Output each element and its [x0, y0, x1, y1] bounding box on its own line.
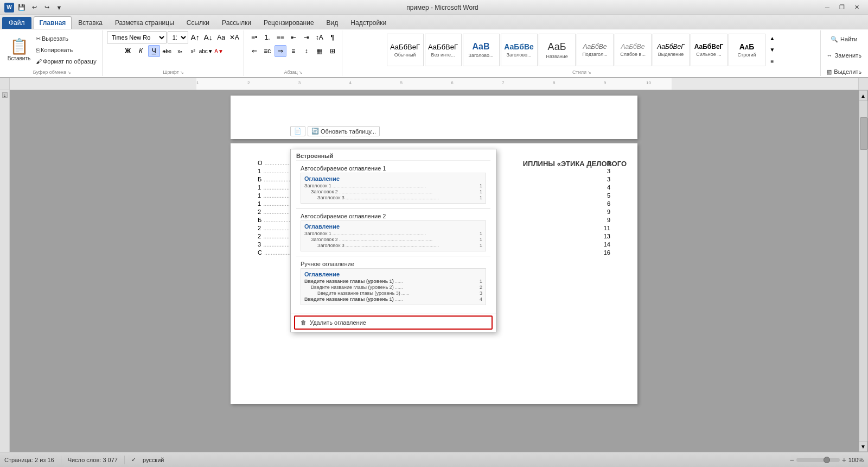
style-title[interactable]: АаБ Название — [539, 34, 576, 66]
numbering-button[interactable]: 1. — [261, 31, 273, 43]
ribbon-tabs: Файл Главная Вставка Разметка страницы С… — [0, 15, 868, 29]
style-strict[interactable]: АаБ Строгий — [729, 34, 765, 66]
font-grow-button[interactable]: A↑ — [189, 31, 201, 43]
font-size-select[interactable]: 11 — [168, 31, 188, 43]
save-quick-btn[interactable]: 💾 — [16, 2, 27, 13]
text-highlight-button[interactable]: abc▼ — [200, 45, 212, 57]
styles-group: АаБбВеГ Обычный АаБбВеГ Без инте... AaB … — [343, 30, 821, 76]
format-painter-button[interactable]: 🖌 Формат по образцу — [34, 56, 99, 67]
font-shrink-button[interactable]: A↓ — [202, 31, 214, 43]
redo-quick-btn[interactable]: ↪ — [41, 2, 52, 13]
show-formatting-button[interactable]: ¶ — [327, 31, 339, 43]
minimize-button[interactable]: ─ — [820, 2, 834, 13]
tab-insert[interactable]: Вставка — [72, 16, 108, 29]
toc-auto2-option[interactable]: Автособираемое оглавление 2 Оглавление З… — [296, 211, 490, 254]
update-table-button[interactable]: 🔄 Обновить таблицу... — [308, 126, 380, 136]
copy-icon: ⎘ — [36, 47, 40, 53]
style-no-spacing[interactable]: АаБбВеГ Без инте... — [425, 34, 462, 66]
copy-button[interactable]: ⎘ Копировать — [34, 45, 99, 55]
style-heading2-label: Заголово... — [507, 52, 532, 58]
tab-review[interactable]: Рецензирование — [258, 16, 320, 29]
clear-format-button[interactable]: ✕A — [228, 31, 240, 43]
align-center-button[interactable]: ≡c — [261, 45, 273, 57]
toc-auto1-preview: Оглавление Заголовок 1 .................… — [301, 173, 486, 204]
language[interactable]: русский — [143, 457, 164, 463]
paste-button[interactable]: 📋 Вставить — [5, 33, 33, 67]
font-name-select[interactable]: Times New Ro — [107, 31, 167, 43]
styles-scroll-down[interactable]: ▼ — [768, 45, 777, 55]
style-heading1[interactable]: AaB Заголово... — [463, 34, 500, 66]
bullets-button[interactable]: ≡• — [248, 31, 260, 43]
paste-icon: 📋 — [10, 39, 29, 54]
justify-button[interactable]: ≡ — [288, 45, 299, 57]
tab-addins[interactable]: Надстройки — [344, 16, 392, 29]
style-subtle-emphasis[interactable]: АаБбВе Слабое в... — [615, 34, 652, 66]
paragraph-expand-icon[interactable]: ↘ — [299, 70, 303, 75]
italic-button[interactable]: К — [135, 45, 147, 57]
toc-auto1-option[interactable]: Автособираемое оглавление 1 Оглавление З… — [296, 163, 490, 206]
strikethrough-button[interactable]: abc — [161, 45, 173, 57]
line-spacing-button[interactable]: ↕ — [301, 45, 312, 57]
toc-page-icon: 📄 — [294, 128, 302, 135]
undo-quick-btn[interactable]: ↩ — [29, 2, 40, 13]
tab-home[interactable]: Главная — [34, 16, 72, 29]
spell-check[interactable]: ✓ — [131, 456, 136, 463]
find-button[interactable]: 🔍 Найти — [828, 31, 860, 47]
style-strong[interactable]: АаБбВеГ Сильное ... — [691, 34, 727, 66]
styles-expand-icon[interactable]: ↘ — [588, 70, 591, 75]
tab-references[interactable]: Ссылки — [181, 16, 215, 29]
replace-button[interactable]: ↔ Заменить — [828, 48, 860, 63]
decrease-indent-button[interactable]: ⇤ — [288, 31, 299, 43]
bold-button[interactable]: Ж — [122, 45, 134, 57]
style-subtitle[interactable]: АаБбВе Подзагол... — [577, 34, 614, 66]
delete-toc-button[interactable]: 🗑 Удалить оглавление — [294, 315, 493, 330]
zoom-out-button[interactable]: − — [789, 456, 794, 464]
toc-manual-line-2: Введите название главы (уровень 2) .....… — [304, 285, 482, 290]
scroll-thumb[interactable] — [860, 117, 867, 150]
app-icon: W — [4, 3, 14, 12]
styles-scroll-up[interactable]: ▲ — [768, 34, 777, 43]
toc-text-5: 1 — [258, 192, 261, 199]
scroll-up-button[interactable]: ▲ — [859, 90, 867, 101]
increase-indent-button[interactable]: ⇥ — [301, 31, 312, 43]
tab-page-layout[interactable]: Разметка страницы — [109, 16, 180, 29]
cut-button[interactable]: ✂ Вырезать — [34, 33, 99, 44]
toc-auto2-text-1: Заголовок 1 — [304, 231, 331, 236]
underline-button[interactable]: Ч — [148, 45, 160, 57]
tab-file[interactable]: Файл — [2, 17, 31, 29]
scroll-down-button[interactable]: ▼ — [859, 441, 867, 452]
shading-button[interactable]: ▦ — [314, 45, 326, 57]
toc-icon-button[interactable]: 📄 — [290, 126, 305, 136]
toc-manual-option[interactable]: Ручное оглавление Оглавление Введите наз… — [296, 258, 490, 307]
zoom-in-button[interactable]: + — [842, 456, 846, 464]
customize-quick-btn[interactable]: ▼ — [54, 2, 65, 13]
document-scroll[interactable]: 📄 🔄 Обновить таблицу... О ..............… — [10, 90, 858, 452]
font-expand-icon[interactable]: ↘ — [180, 70, 184, 75]
superscript-button[interactable]: x² — [187, 45, 199, 57]
styles-expand[interactable]: ≡ — [768, 56, 777, 66]
style-subtle-emphasis-preview: АаБбВе — [621, 43, 645, 51]
close-button[interactable]: ✕ — [850, 2, 864, 13]
style-heading2[interactable]: АаБбВе Заголово... — [501, 34, 538, 66]
select-button[interactable]: ▧ Выделить — [828, 64, 860, 79]
multilevel-button[interactable]: ≡≡ — [275, 31, 286, 43]
page-info[interactable]: Страница: 2 из 16 — [4, 457, 54, 463]
style-normal[interactable]: АаБбВеГ Обычный — [387, 34, 424, 66]
change-case-button[interactable]: Аа — [215, 31, 227, 43]
font-color-button[interactable]: A▼ — [213, 45, 225, 57]
sort-button[interactable]: ↕A — [314, 31, 326, 43]
clipboard-expand-icon[interactable]: ↘ — [67, 70, 71, 75]
align-right-button[interactable]: ⇒ — [275, 45, 286, 57]
word-count[interactable]: Число слов: 3 077 — [68, 457, 118, 463]
toc-manual-preview-title: Оглавление — [304, 271, 482, 277]
vertical-scrollbar[interactable] — [859, 101, 867, 441]
toc-text-11: С — [258, 249, 262, 256]
borders-button[interactable]: ⊞ — [327, 45, 339, 57]
restore-button[interactable]: ❐ — [835, 2, 849, 13]
style-emphasis[interactable]: АаБбВеГ Выделение — [653, 34, 690, 66]
tab-mailings[interactable]: Рассылки — [216, 16, 257, 29]
zoom-slider[interactable] — [796, 458, 840, 462]
subscript-button[interactable]: x₂ — [174, 45, 186, 57]
tab-view[interactable]: Вид — [321, 16, 344, 29]
align-left-button[interactable]: ⇐ — [248, 45, 260, 57]
